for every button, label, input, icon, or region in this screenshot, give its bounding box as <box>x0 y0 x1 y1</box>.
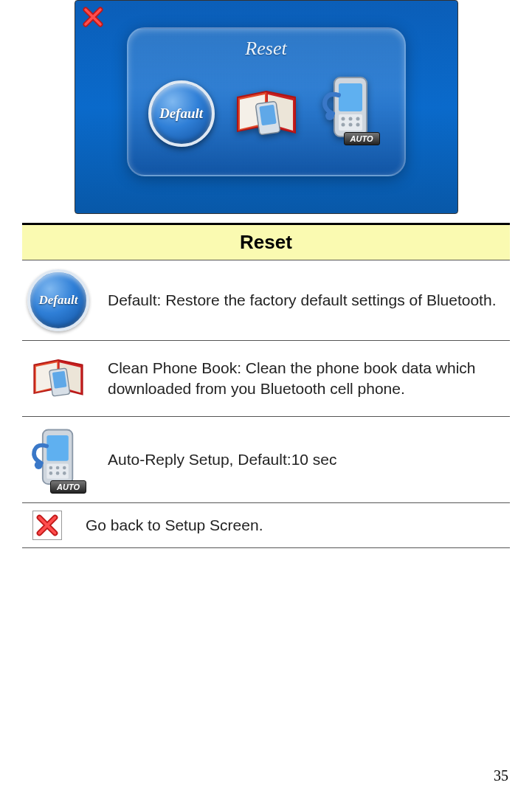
svg-point-22 <box>63 471 66 475</box>
default-button-label: Default <box>159 106 203 122</box>
row-text: Go back to Setup Screen. <box>86 515 263 536</box>
svg-point-20 <box>49 471 53 475</box>
svg-point-5 <box>341 117 345 121</box>
row-text: Auto-Reply Setup, Default:10 sec <box>108 449 337 470</box>
svg-rect-15 <box>46 435 68 461</box>
svg-point-8 <box>341 123 345 127</box>
svg-point-18 <box>56 466 60 470</box>
section-header: Reset <box>22 223 510 260</box>
page-number: 35 <box>494 767 508 784</box>
phonebook-icon <box>27 350 89 407</box>
svg-point-21 <box>56 471 60 475</box>
table-row: AUTO Auto-Reply Setup, Default:10 sec <box>22 417 510 503</box>
panel-button-row: Default <box>148 73 384 147</box>
svg-point-19 <box>63 466 66 470</box>
device-screenshot: Reset Default <box>75 0 458 214</box>
svg-point-7 <box>356 117 359 121</box>
row-text: Default: Restore the factory default set… <box>108 290 496 311</box>
svg-point-10 <box>356 123 359 127</box>
reset-panel: Reset Default <box>127 27 406 176</box>
svg-rect-16 <box>46 464 68 479</box>
svg-point-9 <box>348 123 352 127</box>
row-text: Clean Phone Book: Clean the phone book d… <box>108 358 505 400</box>
default-icon: Default <box>27 269 89 331</box>
close-icon[interactable] <box>80 4 106 30</box>
auto-tag: AUTO <box>50 480 86 494</box>
svg-point-11 <box>325 111 334 120</box>
panel-title: Reset <box>245 38 286 60</box>
default-button[interactable]: Default <box>148 80 215 147</box>
svg-point-17 <box>49 466 53 470</box>
svg-rect-4 <box>339 114 362 131</box>
svg-point-23 <box>35 461 43 469</box>
table-row: Clean Phone Book: Clean the phone book d… <box>22 341 510 417</box>
table-row: Default Default: Restore the factory def… <box>22 260 510 341</box>
svg-rect-13 <box>52 371 67 389</box>
svg-point-6 <box>348 117 352 121</box>
svg-rect-3 <box>339 83 362 111</box>
close-icon <box>32 511 62 540</box>
auto-reply-button[interactable]: AUTO <box>318 73 384 147</box>
clean-phonebook-button[interactable] <box>229 80 303 147</box>
table-row: Go back to Setup Screen. <box>22 503 510 548</box>
auto-reply-icon: AUTO <box>27 426 89 494</box>
auto-tag: AUTO <box>344 132 380 145</box>
svg-rect-1 <box>259 105 276 126</box>
